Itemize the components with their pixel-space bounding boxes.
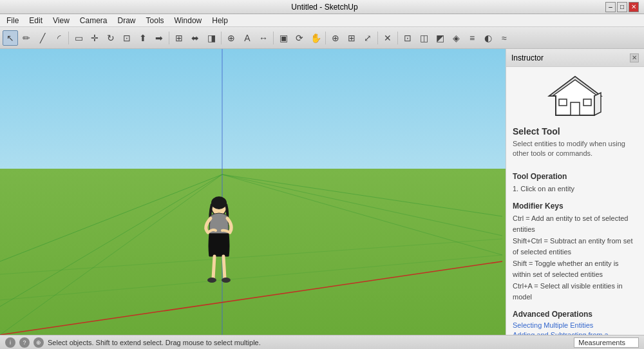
menu-item-file[interactable]: File [3,15,23,26]
menubar: FileEditViewCameraDrawToolsWindowHelp [0,14,644,27]
menu-item-edit[interactable]: Edit [25,15,46,26]
menu-item-window[interactable]: Window [171,15,206,26]
tool-btn-styles[interactable]: ◈ [448,30,464,46]
tool-btn-zoom-extents[interactable]: ⤢ [360,30,375,46]
toolbar-sep-10 [169,32,169,44]
menu-item-help[interactable]: Help [208,15,232,26]
svg-line-7 [222,174,502,255]
titlebar: Untitled - SketchUp – □ ✕ [0,0,644,14]
tool-btn-arc[interactable]: ◜ [51,30,66,46]
human-figure [196,195,242,288]
toolbar-sep-13 [221,32,222,44]
measurements-label: Measurements [578,339,625,346]
statusbar: i ? ⊕ Select objects. Shift to extend se… [0,335,644,349]
svg-point-15 [222,278,231,283]
main-area: Instructor ✕ Select [0,49,644,335]
svg-line-12 [213,256,214,279]
tool-operation-step-1: 1. Click on an entity [513,184,638,194]
viewport[interactable] [0,49,506,335]
advanced-link-1[interactable]: Selecting Multiple Entities [513,321,638,329]
tool-btn-layers[interactable]: ≡ [464,30,480,46]
menu-item-draw[interactable]: Draw [114,15,140,26]
tool-btn-scale[interactable]: ⊡ [119,30,135,46]
tool-btn-follow-me[interactable]: ➡ [151,30,167,46]
instructor-panel: Instructor ✕ Select [506,49,644,335]
instructor-tool-description: Select entities to modify when using oth… [513,139,638,159]
svg-line-3 [0,174,222,307]
advanced-link-2[interactable]: Adding and Subtracting from a Selection … [513,331,638,335]
toolbar-sep-22 [377,32,378,44]
svg-line-4 [0,174,222,335]
tool-btn-erase[interactable]: ╱ [35,30,50,46]
titlebar-controls: – □ ✕ [605,2,639,12]
svg-rect-19 [559,99,567,106]
tool-btn-zoom[interactable]: ⊕ [328,30,343,46]
tool-btn-components[interactable]: ◫ [416,30,431,46]
status-icon-2: ? [19,337,30,348]
tool-btn-orbit[interactable]: ⟳ [292,30,307,46]
status-icon-1: i [5,337,15,348]
tool-btn-section[interactable]: ▣ [276,30,291,46]
maximize-button[interactable]: □ [617,2,627,12]
toolbar: ↖✏╱◜▭✛↻⊡⬆➡⊞⬌◨⊕A↔▣⟳✋⊕⊞⤢✕⊡◫◩◈≡◐≈ [0,27,644,49]
tool-btn-rotate[interactable]: ↻ [103,30,118,46]
instructor-tool-icon [546,73,604,118]
measurements-box: Measurements [574,337,639,348]
menu-item-view[interactable]: View [49,15,73,26]
tool-btn-rectangle[interactable]: ▭ [71,30,86,46]
svg-line-1 [0,261,502,335]
perspective-grid [0,49,506,335]
tool-btn-pan[interactable]: ✋ [308,30,323,46]
tool-btn-select[interactable]: ↖ [3,30,18,46]
svg-marker-21 [594,93,601,115]
toolbar-sep-16 [273,32,274,44]
status-icon-3: ⊕ [33,337,44,348]
instructor-header-title: Instructor [511,53,544,62]
svg-point-11 [211,196,227,209]
svg-line-8 [0,239,502,274]
tool-btn-3d-text[interactable]: A [240,30,255,46]
menu-item-tools[interactable]: Tools [142,15,168,26]
svg-point-14 [207,278,216,283]
minimize-button[interactable]: – [605,2,616,12]
svg-line-6 [222,174,502,236]
instructor-panel-header: Instructor ✕ [506,49,644,67]
svg-line-5 [222,174,502,216]
tool-btn-move[interactable]: ✛ [87,30,102,46]
tool-btn-materials[interactable]: ◩ [432,30,448,46]
advanced-operations-header: Advanced Operations [513,310,638,319]
svg-line-2 [0,174,222,261]
tool-btn-protractor[interactable]: ◨ [204,30,219,46]
instructor-close-button[interactable]: ✕ [630,53,639,62]
toolbar-sep-19 [325,32,326,44]
modifier-ctrl-a: Ctrl+A = Select all visible entities in … [513,281,638,302]
tool-btn-eraser[interactable]: ✕ [380,30,395,46]
svg-rect-18 [571,102,580,115]
modifier-keys-header: Modifier Keys [513,202,638,211]
toolbar-sep-23 [397,32,398,44]
tool-btn-shadow[interactable]: ◐ [480,30,496,46]
tool-btn-offset[interactable]: ⊞ [171,30,187,46]
modifier-ctrl: Ctrl = Add an entity to set of selected … [513,213,638,234]
status-text: Select objects. Shift to extend select. … [48,339,261,346]
instructor-tool-name: Select Tool [513,126,638,137]
tool-btn-pencil[interactable]: ✏ [19,30,34,46]
tool-btn-push-pull[interactable]: ⬆ [135,30,151,46]
tool-btn-zoom-window[interactable]: ⊞ [344,30,359,46]
svg-rect-20 [583,99,591,106]
instructor-content[interactable]: Select Tool Select entities to modify wh… [506,67,644,335]
toolbar-sep-4 [68,32,69,44]
close-button[interactable]: ✕ [629,2,639,12]
modifier-shift-ctrl: Shift+Ctrl = Subtract an entity from set… [513,236,638,257]
menu-item-camera[interactable]: Camera [76,15,111,26]
tool-btn-dimensions[interactable]: ↔ [256,30,271,46]
svg-line-13 [223,256,225,279]
tool-btn-tape[interactable]: ⬌ [187,30,203,46]
tool-operation-header: Tool Operation [513,172,638,181]
tool-btn-paint[interactable]: ⊡ [400,30,415,46]
title-bar-title: Untitled - SketchUp [291,3,357,12]
modifier-shift: Shift = Toggle whether an entity is with… [513,258,638,279]
tool-btn-axes[interactable]: ⊕ [223,30,239,46]
tool-btn-fog[interactable]: ≈ [497,30,512,46]
status-left: i ? ⊕ Select objects. Shift to extend se… [5,337,261,348]
